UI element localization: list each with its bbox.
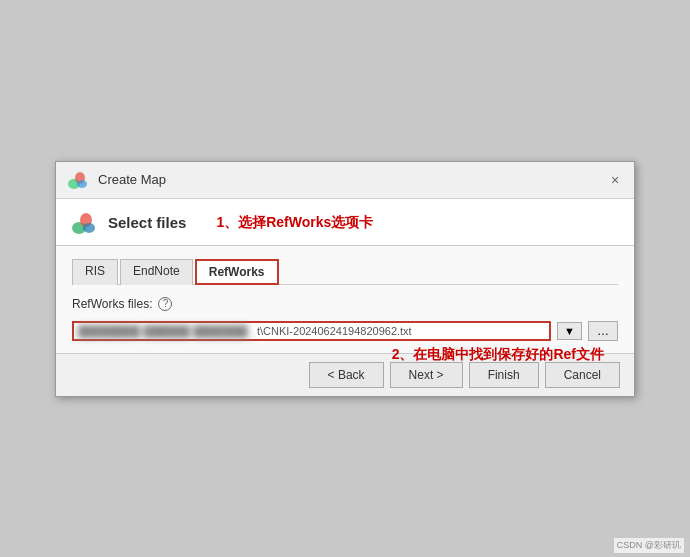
file-path-visible: t\CNKI-20240624194820962.txt	[257, 325, 545, 337]
file-input-container: ████████ ██████ ███████ _ t\CNKI-2024062…	[72, 321, 618, 341]
next-button[interactable]: Next >	[390, 362, 463, 388]
finish-button[interactable]: Finish	[469, 362, 539, 388]
header-app-icon	[70, 209, 98, 237]
close-button[interactable]: ×	[606, 171, 624, 189]
svg-point-2	[77, 180, 87, 188]
file-path-blurred: ████████ ██████ ███████ _	[78, 325, 257, 337]
cancel-button[interactable]: Cancel	[545, 362, 620, 388]
header-section: Select files 1、选择RefWorks选项卡	[56, 199, 634, 246]
browse-button[interactable]: …	[588, 321, 618, 341]
content-area: RIS EndNote RefWorks RefWorks files: ? █…	[56, 246, 634, 353]
annotation-1: 1、选择RefWorks选项卡	[216, 214, 373, 232]
tab-ris[interactable]: RIS	[72, 259, 118, 285]
info-icon[interactable]: ?	[158, 297, 172, 311]
svg-point-5	[83, 223, 95, 233]
title-bar-left: Create Map	[66, 168, 166, 192]
create-map-dialog: Create Map × Select files 1、选择RefWorks选项…	[55, 161, 635, 397]
refworks-files-label: RefWorks files:	[72, 297, 152, 311]
back-button[interactable]: < Back	[309, 362, 384, 388]
file-input-row: ████████ ██████ ███████ _ t\CNKI-2024062…	[72, 321, 551, 341]
annotation-2: 2、在电脑中找到保存好的Ref文件	[392, 346, 604, 364]
dialog-title: Create Map	[98, 172, 166, 187]
app-icon	[66, 168, 90, 192]
tabs-row: RIS EndNote RefWorks	[72, 258, 618, 285]
header-title: Select files	[108, 214, 186, 231]
tab-refworks[interactable]: RefWorks	[195, 259, 279, 285]
tab-endnote[interactable]: EndNote	[120, 259, 193, 285]
title-bar: Create Map ×	[56, 162, 634, 199]
watermark: CSDN @彩研玑	[614, 538, 684, 553]
dropdown-button[interactable]: ▼	[557, 322, 582, 340]
refworks-files-row: RefWorks files: ?	[72, 297, 618, 311]
